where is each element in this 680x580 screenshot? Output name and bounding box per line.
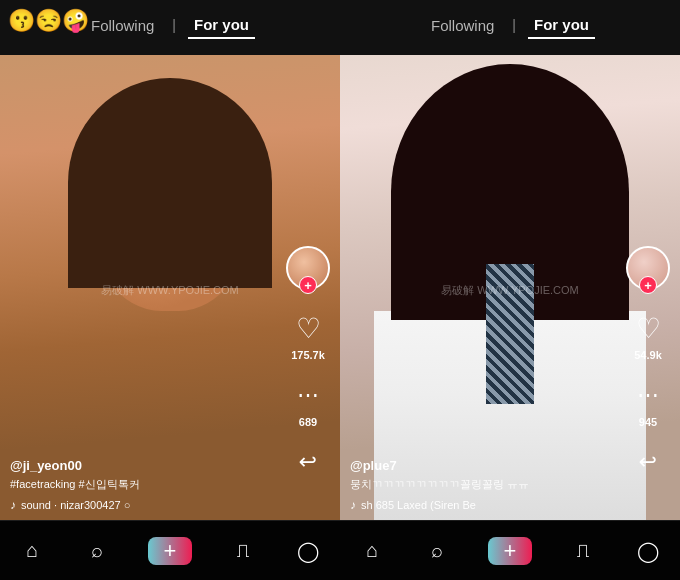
search-icon-right: ⌕ [424,538,450,564]
right-avatar-wrap[interactable]: + [626,246,670,290]
search-icon: ⌕ [84,538,110,564]
left-music-icon: ♪ [10,498,16,512]
right-foryou-tab[interactable]: For you [528,12,595,39]
left-bottom-info: @ji_yeon00 #facetracking #신입틱톡커 ♪ sound … [10,458,285,512]
right-panel: Following | For you 易破解 WWW.YPOJIE.COM +… [340,0,680,580]
left-like-icon: ♡ [290,310,326,346]
right-bottom-info: @plue7 뭉치ㄲㄲㄲㄲㄲㄲㄲㄲ꼴링꼴링 ㅠㅠ ♪ sh 685 Laxed … [350,458,625,512]
right-comment-count: 945 [639,416,657,428]
left-nav-add[interactable]: + [148,537,192,565]
left-following-tab[interactable]: Following [85,13,160,38]
left-comment-count: 689 [299,416,317,428]
home-icon-right: ⌂ [359,538,385,564]
left-nav-inbox[interactable]: ⎍ [230,538,256,564]
right-nav-search[interactable]: ⌕ [424,538,450,564]
right-music-icon: ♪ [350,498,356,512]
profile-icon-right: ◯ [635,538,661,564]
right-following-tab[interactable]: Following [425,13,500,38]
right-nav-inbox[interactable]: ⎍ [570,538,596,564]
left-share-action[interactable]: ↪ [290,444,326,480]
left-panel: 😗😒🤪 Following | For you 易破解 WWW.YPOJIE.C… [0,0,340,580]
left-comment-action[interactable]: ⋯ 689 [290,377,326,428]
right-top-nav: Following | For you [340,0,680,50]
right-sound-text: sh 685 Laxed (Siren Be [361,499,476,511]
right-like-icon: ♡ [630,310,666,346]
left-avatar-wrap[interactable]: + [286,246,330,290]
left-bottom-nav: ⌂ ⌕ + ⎍ ◯ [0,520,340,580]
add-icon: + [148,537,192,565]
left-comment-icon: ⋯ [290,377,326,413]
right-sound-row: ♪ sh 685 Laxed (Siren Be [350,498,625,512]
left-like-action[interactable]: ♡ 175.7k [290,310,326,361]
add-icon-right: + [488,537,532,565]
right-share-icon: ↪ [630,444,666,480]
right-tie [486,264,534,404]
left-sound-row: ♪ sound · nizar300427 ○ [10,498,285,512]
left-action-bar: + ♡ 175.7k ⋯ 689 ↪ [286,246,330,480]
right-comment-action[interactable]: ⋯ 945 [630,377,666,428]
right-bottom-nav: ⌂ ⌕ + ⎍ ◯ [340,520,680,580]
emoji-row: 😗😒🤪 [8,8,89,34]
home-icon: ⌂ [19,538,45,564]
left-follow-plus[interactable]: + [299,276,317,294]
left-foryou-tab[interactable]: For you [188,12,255,39]
left-nav-home[interactable]: ⌂ [19,538,45,564]
left-caption: #facetracking #신입틱톡커 [10,477,285,492]
right-comment-icon: ⋯ [630,377,666,413]
chat-icon-right: ⎍ [570,538,596,564]
right-nav-me[interactable]: ◯ [635,538,661,564]
right-nav-home[interactable]: ⌂ [359,538,385,564]
profile-icon: ◯ [295,538,321,564]
right-username[interactable]: @plue7 [350,458,625,473]
left-hair [68,78,272,287]
left-sound-text: sound · nizar300427 ○ [21,499,130,511]
right-caption: 뭉치ㄲㄲㄲㄲㄲㄲㄲㄲ꼴링꼴링 ㅠㅠ [350,477,625,492]
left-like-count: 175.7k [291,349,325,361]
chat-icon: ⎍ [230,538,256,564]
right-like-count: 54.9k [634,349,662,361]
left-nav-search[interactable]: ⌕ [84,538,110,564]
left-nav-me[interactable]: ◯ [295,538,321,564]
right-like-action[interactable]: ♡ 54.9k [630,310,666,361]
right-follow-plus[interactable]: + [639,276,657,294]
right-action-bar: + ♡ 54.9k ⋯ 945 ↪ [626,246,670,480]
right-share-action[interactable]: ↪ [630,444,666,480]
left-username[interactable]: @ji_yeon00 [10,458,285,473]
right-nav-add[interactable]: + [488,537,532,565]
left-share-icon: ↪ [290,444,326,480]
